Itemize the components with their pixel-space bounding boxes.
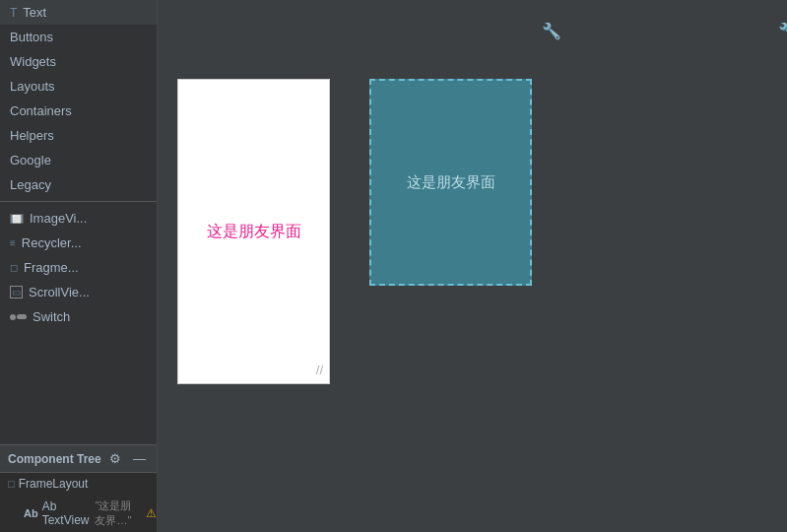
textview-icon: Ab [24,507,38,519]
tree-textview-value: "这是朋友界…" [95,499,142,528]
sidebar-label-widgets: Widgets [10,54,56,69]
palette-item-fragment[interactable]: ◻ Fragme... [0,255,157,280]
sidebar-item-buttons[interactable]: Buttons [0,25,157,49]
sidebar-top: T Text Buttons Widgets Layouts Container… [0,0,157,444]
phone-design-frame[interactable]: 这是朋友界面 // [177,79,330,384]
palette-item-recyclerview[interactable]: ≡ Recycler... [0,231,157,255]
sidebar-label-helpers: Helpers [10,128,54,143]
recyclerview-icon: ≡ [10,237,16,248]
framelayout-icon: □ [8,478,15,490]
phone-canvas-text: 这是朋友界面 [207,222,301,242]
sidebar-item-google[interactable]: Google [0,148,157,172]
tree-item-framelayout[interactable]: □ FrameLayout [0,473,157,495]
sidebar-label-legacy: Legacy [10,177,51,192]
sidebar-label-google: Google [10,153,51,167]
palette-label-imageview: ImageVi... [30,211,87,226]
palette-item-switch[interactable]: Switch [0,304,157,329]
blueprint-wrench-icon: 🔧 [778,22,787,40]
blueprint-canvas-text: 这是朋友界面 [407,173,495,192]
sidebar-label-layouts: Layouts [10,79,55,94]
tree-label-textview: Ab TextView [42,499,90,527]
phone-frame-container: 这是朋友界面 // [177,49,330,384]
sidebar-label-containers: Containers [10,103,72,118]
sidebar-item-layouts[interactable]: Layouts [0,74,157,99]
warning-icon: ⚠ [146,506,157,520]
tree-actions: ⚙ — [106,450,149,467]
palette-label-recyclerview: Recycler... [22,235,82,250]
component-tree-header: Component Tree ⚙ — [0,445,157,473]
imageview-icon: ⬜ [10,214,24,224]
tree-minimize-button[interactable]: — [130,450,149,467]
palette-divider [0,201,157,202]
fragment-icon: ◻ [10,262,18,273]
tree-settings-button[interactable]: ⚙ [106,450,124,467]
sidebar-item-helpers[interactable]: Helpers [0,123,157,148]
phone-wrench-icon: 🔧 [542,22,561,40]
sidebar-item-containers[interactable]: Containers [0,99,157,123]
scrollview-icon: ▭ [10,286,23,299]
palette-label-scrollview: ScrollVie... [29,285,90,299]
text-icon: T [10,6,17,20]
sidebar-item-legacy[interactable]: Legacy [0,172,157,197]
palette-label-fragment: Fragme... [24,260,79,275]
resize-handle-icon[interactable]: // [316,363,323,377]
palette-label-switch: Switch [33,309,70,324]
palette-item-scrollview[interactable]: ▭ ScrollVie... [0,280,157,304]
component-tree: Component Tree ⚙ — □ FrameLayout Ab Ab T… [0,444,157,532]
blueprint-frame-container: 这是朋友界面 [369,49,532,286]
palette-item-imageview[interactable]: ⬜ ImageVi... [0,206,157,231]
sidebar-label-buttons: Buttons [10,30,53,44]
blueprint-design-frame[interactable]: 这是朋友界面 [369,79,532,286]
tree-item-textview[interactable]: Ab Ab TextView "这是朋友界…" ⚠ [0,495,157,532]
sidebar: T Text Buttons Widgets Layouts Container… [0,0,158,532]
component-tree-title: Component Tree [8,452,101,466]
sidebar-label-text: Text [23,5,46,20]
switch-icon [10,314,27,320]
main-canvas: 🔧 这是朋友界面 // 🔧 这是朋友界面 [158,0,787,532]
tree-label-framelayout: FrameLayout [19,477,89,491]
sidebar-item-text[interactable]: T Text [0,0,157,25]
sidebar-item-widgets[interactable]: Widgets [0,49,157,74]
